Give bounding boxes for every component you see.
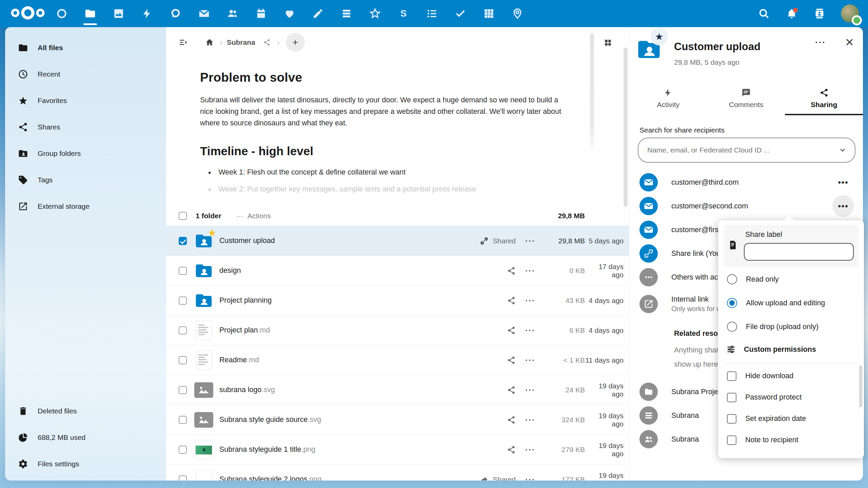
row-checkbox[interactable] — [179, 237, 187, 245]
calendar-icon[interactable] — [255, 7, 267, 20]
home-icon[interactable] — [202, 35, 217, 50]
list-item[interactable]: customer@second.com ••• — [629, 194, 863, 218]
file-name[interactable]: Subrana styleguide 2 logos.png — [219, 475, 465, 481]
share-status[interactable]: Shared — [465, 475, 516, 481]
details-more-button[interactable]: ··· — [815, 37, 826, 48]
row-more-button[interactable]: ··· — [516, 296, 545, 305]
actions-button[interactable]: ···Actions — [236, 212, 271, 220]
row-more-button[interactable]: ··· — [516, 385, 545, 395]
nav-group-folders[interactable]: Group folders — [5, 140, 166, 167]
breadcrumb-share-icon[interactable] — [259, 35, 274, 50]
table-row[interactable]: Subrana style guide source.svg ··· 324 K… — [166, 405, 629, 434]
table-row[interactable]: Project planning ··· 43 KB 4 days ago — [166, 285, 629, 315]
nav-shares[interactable]: Shares — [5, 114, 166, 140]
checkbox-note-to-recipient[interactable]: Note to recipient — [724, 429, 859, 451]
search-input[interactable] — [647, 146, 839, 154]
file-name[interactable]: Readme.md — [219, 356, 465, 364]
row-checkbox[interactable] — [179, 267, 187, 275]
radio-unchecked-icon[interactable] — [727, 322, 737, 332]
nextcloud-logo-icon[interactable] — [10, 5, 45, 22]
collectives-icon[interactable] — [369, 7, 381, 20]
close-icon[interactable]: ✕ — [845, 36, 854, 49]
recipient-more-button-active[interactable]: ••• — [832, 195, 854, 217]
row-checkbox[interactable] — [179, 326, 187, 334]
grid-view-toggle-icon[interactable] — [600, 35, 615, 50]
table-row[interactable]: Subrana styleguide 1 title.png ··· 279 K… — [166, 434, 629, 464]
file-name[interactable]: Project plan.md — [219, 326, 465, 334]
notifications-bell-icon[interactable] — [785, 7, 798, 20]
tab-comments[interactable]: Comments — [707, 81, 785, 115]
row-checkbox[interactable] — [179, 386, 187, 394]
health-icon[interactable] — [283, 7, 296, 20]
share-label-input[interactable] — [744, 243, 854, 261]
deck-icon[interactable] — [340, 7, 353, 20]
avatar[interactable] — [841, 4, 859, 23]
contacts-menu-icon[interactable] — [813, 7, 826, 20]
share-search-field[interactable] — [638, 138, 855, 163]
recipient-more-button[interactable]: ••• — [832, 171, 854, 193]
checks-icon[interactable] — [454, 7, 467, 20]
maps-icon[interactable] — [511, 7, 524, 20]
nav-recent[interactable]: Recent — [5, 61, 166, 87]
tab-sharing[interactable]: Sharing — [785, 81, 863, 115]
nav-files-settings[interactable]: Files settings — [5, 451, 166, 477]
table-row[interactable]: Project plan.md ··· 6 KB 4 days ago — [166, 315, 629, 345]
share-button[interactable] — [465, 326, 516, 335]
file-name[interactable]: design — [219, 266, 465, 275]
talk-icon[interactable] — [170, 7, 182, 20]
checkbox-unchecked-icon[interactable] — [727, 393, 736, 402]
dashboard-icon[interactable] — [56, 7, 68, 20]
tab-activity[interactable]: Activity — [629, 81, 707, 115]
checkbox-password-protect[interactable]: Password protect — [724, 387, 859, 408]
share-button[interactable] — [465, 296, 516, 305]
file-name[interactable]: Project planning — [219, 296, 465, 305]
tables-icon[interactable] — [483, 7, 495, 20]
row-checkbox[interactable] — [179, 297, 187, 305]
notes-icon[interactable] — [312, 7, 324, 20]
share-button[interactable] — [465, 386, 516, 394]
checkbox-unchecked-icon[interactable] — [727, 371, 736, 381]
share-button[interactable] — [465, 415, 516, 424]
row-more-button[interactable]: ··· — [516, 236, 545, 246]
file-name[interactable]: Subrana styleguide 1 title.png — [219, 445, 465, 454]
photos-icon[interactable] — [113, 7, 125, 20]
select-all-checkbox[interactable] — [179, 212, 187, 220]
nav-favorites[interactable]: Favorites — [5, 87, 166, 114]
row-checkbox[interactable] — [179, 416, 187, 424]
s-app-icon[interactable]: S — [397, 7, 410, 20]
checkbox-unchecked-icon[interactable] — [727, 414, 736, 424]
list-item[interactable]: customer@third.com ••• — [629, 170, 863, 195]
toggle-navigation-icon[interactable] — [176, 35, 191, 50]
option-read-only[interactable]: Read only — [724, 267, 859, 291]
table-row[interactable]: design ··· 0 KB 17 days ago — [166, 256, 629, 285]
file-name[interactable]: subrana logo.svg — [219, 386, 465, 394]
row-checkbox[interactable] — [179, 356, 187, 364]
nav-quota[interactable]: 688,2 MB used — [5, 424, 166, 451]
nav-deleted-files[interactable]: Deleted files — [5, 398, 166, 424]
table-row[interactable]: Subrana styleguide 2 logos.png Shared ··… — [166, 464, 629, 481]
share-button[interactable] — [465, 266, 516, 275]
file-name[interactable]: Customer upload — [219, 237, 465, 245]
share-button[interactable] — [465, 445, 516, 454]
table-row[interactable]: Readme.md ··· < 1 KB 11 days ago — [166, 345, 629, 375]
row-more-button[interactable]: ··· — [516, 266, 545, 276]
nav-all-files[interactable]: All files — [5, 35, 166, 61]
tasks-icon[interactable] — [426, 7, 438, 20]
checkbox-hide-download[interactable]: Hide download — [724, 365, 859, 387]
table-row[interactable]: ★ Customer upload Shared ··· 29,8 MB 5 d… — [166, 226, 629, 256]
favorite-star-icon[interactable]: ★ — [650, 28, 668, 45]
files-icon[interactable] — [84, 7, 96, 20]
row-checkbox[interactable] — [179, 475, 187, 481]
activity-icon[interactable] — [141, 7, 153, 20]
radio-checked-icon[interactable] — [727, 298, 737, 308]
checkbox-set-expiration-date[interactable]: Set expiration date — [724, 408, 859, 429]
popup-scrollbar[interactable] — [859, 365, 862, 407]
mail-icon[interactable] — [198, 7, 210, 20]
row-more-button[interactable]: ··· — [516, 326, 545, 335]
radio-unchecked-icon[interactable] — [727, 274, 737, 284]
option-file-drop[interactable]: File drop (upload only) — [724, 315, 859, 339]
row-checkbox[interactable] — [179, 446, 187, 454]
file-name[interactable]: Subrana style guide source.svg — [219, 415, 465, 424]
breadcrumb[interactable]: Subrana — [227, 38, 255, 46]
row-more-button[interactable]: ··· — [516, 415, 545, 425]
